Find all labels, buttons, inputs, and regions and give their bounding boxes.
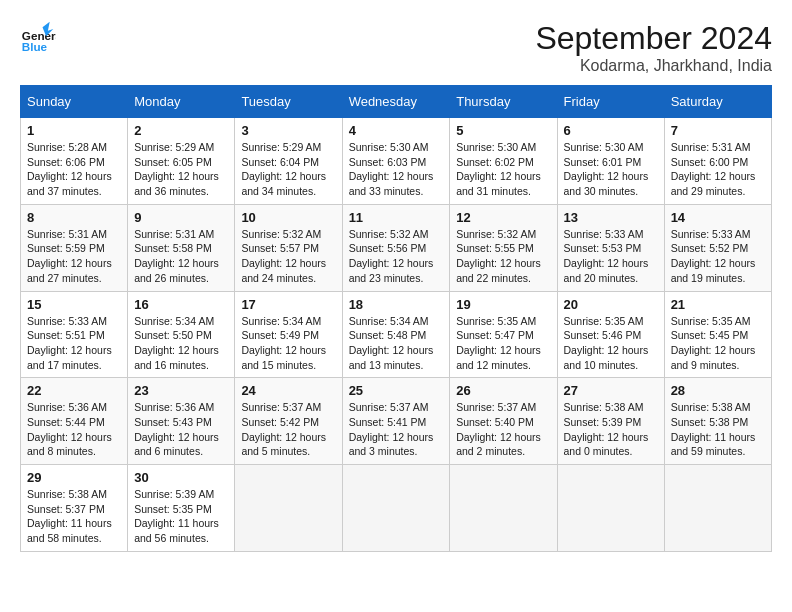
day-number: 27 bbox=[564, 383, 658, 398]
day-info: Sunrise: 5:30 AM Sunset: 6:02 PM Dayligh… bbox=[456, 140, 550, 199]
page-header: General Blue September 2024 Kodarma, Jha… bbox=[20, 20, 772, 75]
day-number: 26 bbox=[456, 383, 550, 398]
day-cell-25: 25 Sunrise: 5:37 AM Sunset: 5:41 PM Dayl… bbox=[342, 378, 450, 465]
day-number: 17 bbox=[241, 297, 335, 312]
day-number: 15 bbox=[27, 297, 121, 312]
day-info: Sunrise: 5:33 AM Sunset: 5:51 PM Dayligh… bbox=[27, 314, 121, 373]
day-cell-19: 19 Sunrise: 5:35 AM Sunset: 5:47 PM Dayl… bbox=[450, 291, 557, 378]
day-info: Sunrise: 5:34 AM Sunset: 5:50 PM Dayligh… bbox=[134, 314, 228, 373]
svg-text:Blue: Blue bbox=[22, 40, 48, 53]
day-number: 4 bbox=[349, 123, 444, 138]
weekday-header-row: Sunday Monday Tuesday Wednesday Thursday… bbox=[21, 86, 772, 118]
empty-cell bbox=[342, 465, 450, 552]
day-cell-6: 6 Sunrise: 5:30 AM Sunset: 6:01 PM Dayli… bbox=[557, 118, 664, 205]
day-info: Sunrise: 5:31 AM Sunset: 5:59 PM Dayligh… bbox=[27, 227, 121, 286]
day-info: Sunrise: 5:29 AM Sunset: 6:05 PM Dayligh… bbox=[134, 140, 228, 199]
day-info: Sunrise: 5:32 AM Sunset: 5:55 PM Dayligh… bbox=[456, 227, 550, 286]
day-number: 2 bbox=[134, 123, 228, 138]
day-info: Sunrise: 5:35 AM Sunset: 5:46 PM Dayligh… bbox=[564, 314, 658, 373]
day-cell-15: 15 Sunrise: 5:33 AM Sunset: 5:51 PM Dayl… bbox=[21, 291, 128, 378]
day-cell-2: 2 Sunrise: 5:29 AM Sunset: 6:05 PM Dayli… bbox=[128, 118, 235, 205]
day-info: Sunrise: 5:33 AM Sunset: 5:53 PM Dayligh… bbox=[564, 227, 658, 286]
header-sunday: Sunday bbox=[21, 86, 128, 118]
day-cell-23: 23 Sunrise: 5:36 AM Sunset: 5:43 PM Dayl… bbox=[128, 378, 235, 465]
day-number: 3 bbox=[241, 123, 335, 138]
header-friday: Friday bbox=[557, 86, 664, 118]
day-number: 10 bbox=[241, 210, 335, 225]
day-number: 24 bbox=[241, 383, 335, 398]
day-cell-10: 10 Sunrise: 5:32 AM Sunset: 5:57 PM Dayl… bbox=[235, 204, 342, 291]
day-number: 20 bbox=[564, 297, 658, 312]
day-number: 19 bbox=[456, 297, 550, 312]
day-number: 22 bbox=[27, 383, 121, 398]
day-number: 16 bbox=[134, 297, 228, 312]
day-info: Sunrise: 5:30 AM Sunset: 6:01 PM Dayligh… bbox=[564, 140, 658, 199]
day-cell-7: 7 Sunrise: 5:31 AM Sunset: 6:00 PM Dayli… bbox=[664, 118, 771, 205]
day-cell-26: 26 Sunrise: 5:37 AM Sunset: 5:40 PM Dayl… bbox=[450, 378, 557, 465]
day-info: Sunrise: 5:34 AM Sunset: 5:49 PM Dayligh… bbox=[241, 314, 335, 373]
day-cell-18: 18 Sunrise: 5:34 AM Sunset: 5:48 PM Dayl… bbox=[342, 291, 450, 378]
day-number: 9 bbox=[134, 210, 228, 225]
day-number: 11 bbox=[349, 210, 444, 225]
empty-cell bbox=[235, 465, 342, 552]
day-number: 25 bbox=[349, 383, 444, 398]
day-number: 7 bbox=[671, 123, 765, 138]
day-number: 5 bbox=[456, 123, 550, 138]
day-info: Sunrise: 5:29 AM Sunset: 6:04 PM Dayligh… bbox=[241, 140, 335, 199]
day-number: 21 bbox=[671, 297, 765, 312]
logo-icon: General Blue bbox=[20, 20, 56, 56]
day-cell-8: 8 Sunrise: 5:31 AM Sunset: 5:59 PM Dayli… bbox=[21, 204, 128, 291]
header-wednesday: Wednesday bbox=[342, 86, 450, 118]
day-cell-17: 17 Sunrise: 5:34 AM Sunset: 5:49 PM Dayl… bbox=[235, 291, 342, 378]
day-info: Sunrise: 5:36 AM Sunset: 5:43 PM Dayligh… bbox=[134, 400, 228, 459]
header-monday: Monday bbox=[128, 86, 235, 118]
day-info: Sunrise: 5:37 AM Sunset: 5:40 PM Dayligh… bbox=[456, 400, 550, 459]
header-thursday: Thursday bbox=[450, 86, 557, 118]
month-title: September 2024 bbox=[535, 20, 772, 57]
day-info: Sunrise: 5:31 AM Sunset: 6:00 PM Dayligh… bbox=[671, 140, 765, 199]
day-cell-14: 14 Sunrise: 5:33 AM Sunset: 5:52 PM Dayl… bbox=[664, 204, 771, 291]
day-info: Sunrise: 5:38 AM Sunset: 5:38 PM Dayligh… bbox=[671, 400, 765, 459]
day-info: Sunrise: 5:31 AM Sunset: 5:58 PM Dayligh… bbox=[134, 227, 228, 286]
day-number: 12 bbox=[456, 210, 550, 225]
day-cell-24: 24 Sunrise: 5:37 AM Sunset: 5:42 PM Dayl… bbox=[235, 378, 342, 465]
day-cell-28: 28 Sunrise: 5:38 AM Sunset: 5:38 PM Dayl… bbox=[664, 378, 771, 465]
day-info: Sunrise: 5:28 AM Sunset: 6:06 PM Dayligh… bbox=[27, 140, 121, 199]
day-number: 8 bbox=[27, 210, 121, 225]
day-number: 29 bbox=[27, 470, 121, 485]
day-number: 6 bbox=[564, 123, 658, 138]
empty-cell bbox=[664, 465, 771, 552]
day-cell-13: 13 Sunrise: 5:33 AM Sunset: 5:53 PM Dayl… bbox=[557, 204, 664, 291]
calendar-table: Sunday Monday Tuesday Wednesday Thursday… bbox=[20, 85, 772, 552]
day-cell-27: 27 Sunrise: 5:38 AM Sunset: 5:39 PM Dayl… bbox=[557, 378, 664, 465]
day-cell-21: 21 Sunrise: 5:35 AM Sunset: 5:45 PM Dayl… bbox=[664, 291, 771, 378]
day-info: Sunrise: 5:36 AM Sunset: 5:44 PM Dayligh… bbox=[27, 400, 121, 459]
day-info: Sunrise: 5:35 AM Sunset: 5:47 PM Dayligh… bbox=[456, 314, 550, 373]
day-info: Sunrise: 5:32 AM Sunset: 5:57 PM Dayligh… bbox=[241, 227, 335, 286]
day-cell-3: 3 Sunrise: 5:29 AM Sunset: 6:04 PM Dayli… bbox=[235, 118, 342, 205]
calendar-week-4: 22 Sunrise: 5:36 AM Sunset: 5:44 PM Dayl… bbox=[21, 378, 772, 465]
day-cell-1: 1 Sunrise: 5:28 AM Sunset: 6:06 PM Dayli… bbox=[21, 118, 128, 205]
day-info: Sunrise: 5:32 AM Sunset: 5:56 PM Dayligh… bbox=[349, 227, 444, 286]
day-number: 28 bbox=[671, 383, 765, 398]
day-cell-4: 4 Sunrise: 5:30 AM Sunset: 6:03 PM Dayli… bbox=[342, 118, 450, 205]
calendar-week-1: 1 Sunrise: 5:28 AM Sunset: 6:06 PM Dayli… bbox=[21, 118, 772, 205]
calendar-week-2: 8 Sunrise: 5:31 AM Sunset: 5:59 PM Dayli… bbox=[21, 204, 772, 291]
day-cell-30: 30 Sunrise: 5:39 AM Sunset: 5:35 PM Dayl… bbox=[128, 465, 235, 552]
calendar-week-5: 29 Sunrise: 5:38 AM Sunset: 5:37 PM Dayl… bbox=[21, 465, 772, 552]
day-cell-9: 9 Sunrise: 5:31 AM Sunset: 5:58 PM Dayli… bbox=[128, 204, 235, 291]
day-cell-5: 5 Sunrise: 5:30 AM Sunset: 6:02 PM Dayli… bbox=[450, 118, 557, 205]
day-cell-16: 16 Sunrise: 5:34 AM Sunset: 5:50 PM Dayl… bbox=[128, 291, 235, 378]
location: Kodarma, Jharkhand, India bbox=[535, 57, 772, 75]
empty-cell bbox=[450, 465, 557, 552]
day-info: Sunrise: 5:38 AM Sunset: 5:39 PM Dayligh… bbox=[564, 400, 658, 459]
day-cell-22: 22 Sunrise: 5:36 AM Sunset: 5:44 PM Dayl… bbox=[21, 378, 128, 465]
day-info: Sunrise: 5:37 AM Sunset: 5:41 PM Dayligh… bbox=[349, 400, 444, 459]
day-info: Sunrise: 5:37 AM Sunset: 5:42 PM Dayligh… bbox=[241, 400, 335, 459]
calendar-week-3: 15 Sunrise: 5:33 AM Sunset: 5:51 PM Dayl… bbox=[21, 291, 772, 378]
header-saturday: Saturday bbox=[664, 86, 771, 118]
title-block: September 2024 Kodarma, Jharkhand, India bbox=[535, 20, 772, 75]
day-cell-11: 11 Sunrise: 5:32 AM Sunset: 5:56 PM Dayl… bbox=[342, 204, 450, 291]
day-number: 18 bbox=[349, 297, 444, 312]
day-info: Sunrise: 5:39 AM Sunset: 5:35 PM Dayligh… bbox=[134, 487, 228, 546]
